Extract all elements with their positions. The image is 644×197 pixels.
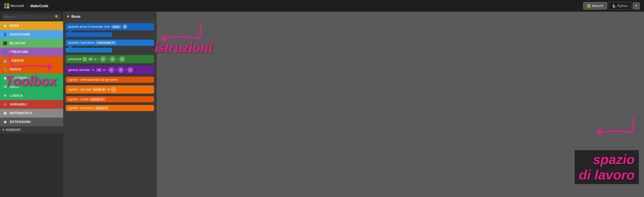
variabili-icon: ≡: [3, 102, 8, 107]
creature-label: CREATURE: [10, 50, 29, 54]
gioco-icon: 🔧: [3, 67, 8, 72]
blocks-list: quando arriva il comando chat jump + qua…: [63, 21, 157, 197]
estensioni-icon: ⊕: [3, 119, 8, 124]
sidebar-items: ★ BASE 👤 GIOCATORE ⬛ BLOCCHI 🐾 CREATURE …: [0, 21, 63, 197]
posiziona-tilde2: ~: [116, 57, 118, 61]
avanzati-label: AVANZATI: [6, 128, 21, 132]
tab-blocchi[interactable]: 🟩 Blocchi: [583, 2, 607, 10]
genera-a: a ~: [103, 68, 107, 72]
sidebar-item-giocatore[interactable]: 👤 GIOCATORE: [0, 30, 63, 39]
agente-dist: 1: [111, 87, 116, 92]
posiziona-y: 0: [110, 56, 115, 62]
block-giocatore-camminata[interactable]: quando il giocatore camminata ▼: [66, 40, 154, 52]
block-chat-text: quando arriva il comando chat: [68, 25, 110, 29]
agente-di: di: [107, 88, 110, 91]
genera-dd[interactable]: ▼: [96, 68, 102, 72]
topbar-right: 🟩 Blocchi 🐍 Python ▾: [583, 2, 640, 10]
genera-tilde2: ~: [125, 68, 126, 72]
sidebar-item-creature[interactable]: 🐾 CREATURE: [0, 48, 63, 56]
logica-label: LOGICA: [10, 94, 23, 97]
main-layout: 🔍 ★ BASE 👤 GIOCATORE ⬛ BLOCCHI 🐾 CREATUR…: [0, 12, 644, 197]
sidebar-item-base[interactable]: ★ BASE: [0, 21, 63, 30]
posizioni-label: POSIZIONI: [10, 76, 27, 80]
sidebar-item-matematica[interactable]: ⊞ MATEMATICA: [0, 109, 63, 118]
agente-tele-text: agente - teletrasportati dal giocatore: [68, 78, 118, 82]
sidebar-header: 🔍: [0, 12, 63, 21]
genera-icon: 🦎: [91, 68, 95, 72]
cicli-icon: ↺: [3, 84, 8, 89]
sidebar-item-logica[interactable]: ✕ LOGICA: [0, 91, 63, 100]
genera-x: 0: [108, 67, 114, 73]
gioco-label: GIOCO: [10, 68, 21, 71]
blocchi-icon: 🟩: [587, 4, 591, 8]
variabili-label: VARIABILI: [10, 103, 27, 106]
block-agente-posiziona[interactable]: agente - posiziona avanti ▼: [66, 105, 154, 111]
sidebar-item-blocchi[interactable]: ⬛ BLOCCHI: [0, 39, 63, 48]
python-icon: 🐍: [612, 4, 616, 8]
sidebar-item-estensioni[interactable]: ⊕ ESTENSIONI: [0, 118, 63, 126]
agente-sposta-text: agente - spostati: [68, 88, 91, 91]
agente-svolta-dd[interactable]: sinistra ▼: [90, 97, 105, 101]
sidebar-item-agente[interactable]: 🤖 AGENTE: [0, 56, 63, 65]
sidebar-item-avanzati[interactable]: ▾ AVANZATI: [0, 126, 63, 133]
matematica-icon: ⊞: [3, 111, 8, 116]
base-label: BASE: [10, 24, 19, 28]
posiziona-a: a ~: [95, 57, 99, 61]
giocatore-icon: 👤: [3, 32, 8, 37]
search-box[interactable]: 🔍: [2, 14, 61, 20]
toolbox-panel: ★ Base quando arriva il comando chat jum…: [63, 12, 157, 197]
microsoft-logo: Microsoft: [4, 3, 24, 8]
agente-posiz-dd[interactable]: avanti ▼: [95, 106, 109, 110]
genera-z: 0: [128, 67, 133, 73]
creature-icon: 🐾: [3, 49, 8, 55]
tab-python[interactable]: 🐍 Python: [608, 2, 632, 10]
makecode-text: MakeCode: [30, 4, 48, 8]
sidebar-item-gioco[interactable]: 🔧 GIOCO: [0, 65, 63, 74]
sidebar-item-variabili[interactable]: ≡ VARIABILI: [0, 100, 63, 109]
giocatore-label: GIOCATORE: [10, 33, 30, 36]
block-chat-cmd[interactable]: quando arriva il comando chat jump +: [66, 23, 154, 37]
topbar: Microsoft MakeCode 🟩 Blocchi 🐍 Python ▾: [0, 0, 644, 12]
toolbox-title: Base: [71, 14, 81, 19]
python-label: Python: [617, 4, 628, 8]
block-genera[interactable]: genera animale 🦎 ▼ a ~ 0 ~ 0 ~ 0: [66, 66, 154, 74]
posiziona-block-icon: 🟩: [82, 57, 87, 61]
block-agente-tele[interactable]: agente - teletrasportati dal giocatore: [66, 77, 154, 83]
block-chat-connector: [69, 30, 71, 32]
agente-posiz-text: agente - posiziona: [68, 106, 94, 110]
posiziona-x: 0: [100, 56, 106, 62]
block-giocatore-body: [66, 48, 112, 52]
genera-tilde1: ~: [115, 68, 117, 72]
block-agente-svolta[interactable]: agente - svolta sinistra ▼: [66, 96, 154, 102]
microsoft-text: Microsoft: [10, 4, 24, 8]
posiziona-dd[interactable]: ▼: [88, 57, 94, 61]
blocchi-sidebar-label: BLOCCHI: [10, 41, 25, 45]
workspace[interactable]: [157, 12, 644, 197]
base-icon: ★: [3, 23, 8, 28]
agente-svolta-text: agente - svolta: [68, 97, 89, 101]
block-agente-sposta[interactable]: agente - spostati avanti ▼ di 1: [66, 85, 154, 94]
cicli-label: CICLI: [10, 85, 19, 89]
camminata-dropdown[interactable]: camminata ▼: [96, 41, 116, 44]
ms-grid-icon: [4, 3, 9, 8]
genera-y: 0: [118, 67, 124, 73]
posiziona-z: 0: [119, 56, 125, 62]
agente-label: AGENTE: [10, 59, 24, 62]
toolbox-header: ★ Base: [63, 12, 157, 21]
agente-sposta-dd[interactable]: avanti ▼: [92, 88, 106, 91]
tab-dropdown[interactable]: ▾: [633, 2, 640, 10]
agente-icon: 🤖: [3, 58, 8, 63]
blocchi-sidebar-icon: ⬛: [3, 41, 8, 46]
search-icon: 🔍: [55, 15, 59, 19]
search-input[interactable]: [4, 15, 54, 19]
sidebar: 🔍 ★ BASE 👤 GIOCATORE ⬛ BLOCCHI 🐾 CREATUR…: [0, 12, 63, 197]
block-posiziona[interactable]: posiziona 🟩 ▼ a ~ 0 ~ 0 ~ 0: [66, 55, 154, 63]
posizioni-icon: ⊕: [3, 76, 8, 81]
sidebar-item-cicli[interactable]: ↺ CICLI: [0, 83, 63, 91]
sidebar-item-posizioni[interactable]: ⊕ POSIZIONI: [0, 74, 63, 83]
posiziona-text: posiziona: [68, 57, 81, 61]
blocchi-label: Blocchi: [592, 4, 603, 8]
logica-icon: ✕: [3, 93, 8, 98]
block-plus-icon[interactable]: +: [123, 24, 127, 29]
toolbox-star-icon: ★: [66, 14, 70, 19]
